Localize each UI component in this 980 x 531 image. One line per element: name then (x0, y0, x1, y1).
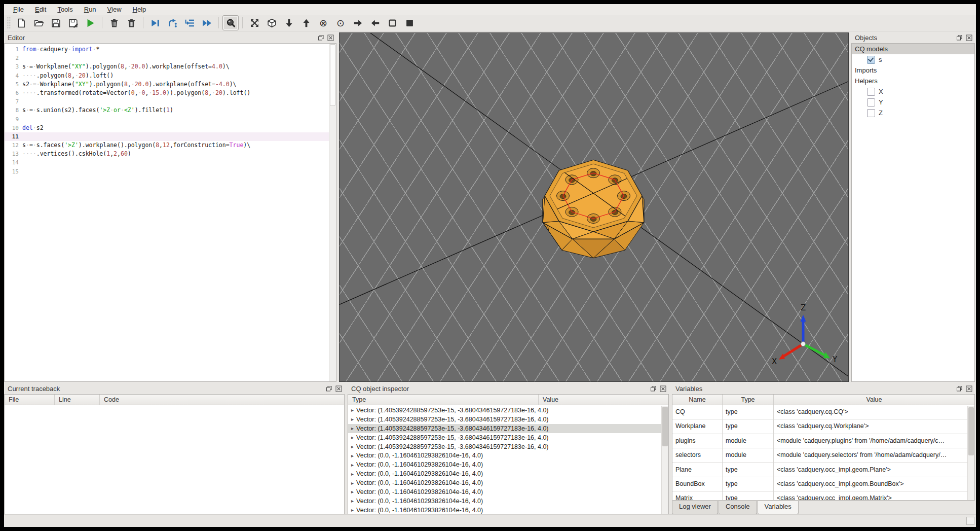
objects-item-z[interactable]: Z (852, 108, 974, 118)
menu-run[interactable]: Run (79, 5, 101, 14)
variables-scrollbar[interactable] (967, 406, 974, 500)
open-folder-button[interactable] (30, 15, 47, 30)
code-line-5[interactable]: 5s2·=·Workplane("XY").polygon(8,·20.0).w… (5, 80, 336, 89)
code-line-11[interactable]: 11 (5, 132, 336, 141)
checkbox-z[interactable] (867, 109, 875, 117)
menu-edit[interactable]: Edit (30, 5, 51, 14)
code-line-1[interactable]: 1from·cadquery·import·* (5, 45, 336, 54)
objects-item-y[interactable]: Y (852, 97, 974, 108)
variable-row[interactable]: CQtype<class 'cadquery.cq.CQ'> (672, 405, 974, 419)
objects-group-helpers[interactable]: Helpers (852, 76, 974, 86)
inspector-row[interactable]: ▸Vector: (0.0, -1.1604610293826104e-16, … (348, 478, 662, 487)
variable-row[interactable]: selectorsmodule<module 'cadquery.selecto… (672, 448, 974, 463)
inspector-col-value[interactable]: Value (539, 395, 668, 405)
code-editor[interactable]: 1from·cadquery·import·*23s·=·Workplane("… (4, 43, 336, 382)
inspector-col-type[interactable]: Type (348, 395, 539, 405)
variable-row[interactable]: Workplanetype<class 'cadquery.cq.Workpla… (672, 419, 974, 434)
inspector-row[interactable]: ▸Vector: (0.0, -1.1604610293826104e-16, … (348, 451, 662, 460)
menu-help[interactable]: Help (128, 5, 152, 14)
objects-group-imports[interactable]: Imports (852, 65, 974, 76)
inspector-row[interactable]: ▸Vector: (0.0, -1.1604610293826104e-16, … (348, 460, 662, 469)
inspector-scrollbar-thumb[interactable] (662, 407, 668, 446)
delete-all-button[interactable] (123, 15, 139, 30)
save-as-button[interactable] (65, 15, 81, 30)
objects-item-x[interactable]: X (852, 86, 974, 97)
checkbox-x[interactable] (867, 88, 875, 96)
expand-triangle-icon[interactable]: ▸ (351, 407, 354, 413)
inspector-row[interactable]: ▸Vector: (1.4053924288597253e-15, -3.680… (348, 442, 662, 451)
delete-button[interactable] (106, 15, 122, 30)
inspector-row[interactable]: ▸Vector: (0.0, -1.1604610293826104e-16, … (348, 469, 662, 478)
variable-row[interactable]: BoundBoxtype<class 'cadquery.occ_impl.ge… (672, 477, 974, 491)
expand-triangle-icon[interactable]: ▸ (351, 498, 354, 504)
menu-view[interactable]: View (102, 5, 127, 14)
expand-triangle-icon[interactable]: ▸ (351, 444, 354, 449)
expand-triangle-icon[interactable]: ▸ (351, 462, 354, 468)
objects-group-cq-models[interactable]: CQ models (852, 44, 974, 54)
expand-triangle-icon[interactable]: ▸ (351, 480, 354, 486)
view-left-button[interactable] (367, 15, 383, 30)
view-circled-dot-button[interactable]: ⊙ (332, 15, 349, 30)
save-button[interactable] (48, 15, 64, 30)
step-button[interactable] (164, 15, 180, 30)
code-line-6[interactable]: 6····.transformed(rotate=Vector(0,·0,·15… (5, 89, 336, 97)
inspector-row[interactable]: ▸Vector: (1.4053924288597253e-15, -3.680… (348, 406, 662, 415)
close-panel-button[interactable] (965, 385, 973, 393)
view-square-button[interactable] (384, 15, 400, 30)
code-line-15[interactable]: 15 (5, 167, 336, 176)
inspector-row[interactable]: ▸Vector: (0.0, -1.1604610293826104e-16, … (348, 497, 662, 506)
checkbox-y[interactable] (867, 98, 875, 107)
expand-triangle-icon[interactable]: ▸ (351, 426, 354, 431)
editor-scrollbar-thumb[interactable] (330, 44, 335, 106)
traceback-col-file[interactable]: File (5, 395, 55, 405)
inspector-row[interactable]: ▸Vector: (1.4053924288597253e-15, -3.680… (348, 433, 662, 442)
variables-col-type[interactable]: Type (723, 395, 774, 405)
code-line-8[interactable]: 8s·=·s.union(s2).faces('>Z·or·<Z').fille… (5, 106, 336, 115)
inspector-row[interactable]: ▸Vector: (1.4053924288597253e-15, -3.680… (348, 424, 662, 433)
expand-triangle-icon[interactable]: ▸ (351, 507, 354, 513)
close-panel-button[interactable] (327, 34, 334, 42)
expand-triangle-icon[interactable]: ▸ (351, 435, 354, 440)
code-line-13[interactable]: 13····.vertices().cskHole(1,2,60) (5, 150, 336, 158)
variable-row[interactable]: Matrixtype<class 'cadquery.occ_impl.geom… (672, 491, 974, 501)
toolbar-drag-handle[interactable] (7, 17, 11, 28)
view-square-filled-button[interactable] (401, 15, 418, 30)
float-panel-button[interactable] (650, 385, 657, 393)
variables-scrollbar-thumb[interactable] (968, 407, 974, 455)
close-panel-button[interactable] (965, 34, 973, 42)
traceback-col-code[interactable]: Code (100, 395, 344, 405)
view-circled-cross-button[interactable]: ⊗ (315, 15, 331, 30)
expand-triangle-icon[interactable]: ▸ (351, 453, 354, 458)
expand-triangle-icon[interactable]: ▸ (351, 489, 354, 494)
view-right-button[interactable] (350, 15, 366, 30)
variable-row[interactable]: Planetype<class 'cadquery.occ_impl.geom.… (672, 463, 974, 477)
code-line-3[interactable]: 3s·=·Workplane("XY").polygon(8,·20.0).wo… (5, 62, 336, 71)
variables-col-value[interactable]: Value (774, 395, 974, 405)
inspector-row[interactable]: ▸Vector: (1.4053924288597253e-15, -3.680… (348, 415, 662, 424)
traceback-col-line[interactable]: Line (55, 395, 100, 405)
float-panel-button[interactable] (956, 385, 963, 393)
tab-console[interactable]: Console (719, 501, 757, 514)
inspector-scrollbar[interactable] (661, 406, 668, 514)
tab-log-viewer[interactable]: Log viewer (672, 501, 718, 514)
debug-button[interactable] (147, 15, 163, 30)
screenshot-button[interactable] (222, 15, 239, 30)
step-in-button[interactable] (181, 15, 198, 30)
code-line-2[interactable]: 2 (5, 54, 336, 62)
editor-scrollbar[interactable] (329, 44, 336, 381)
objects-item-s[interactable]: s (852, 54, 974, 65)
code-line-10[interactable]: 10del·s2 (5, 124, 336, 132)
tab-variables[interactable]: Variables (758, 501, 799, 514)
continue-button[interactable] (199, 15, 215, 30)
viewport-3d[interactable]: XYZ (339, 32, 849, 382)
variable-row[interactable]: pluginsmodule<module 'cadquery.plugins' … (672, 434, 974, 448)
fit-view-button[interactable] (246, 15, 262, 30)
close-panel-button[interactable] (659, 385, 667, 393)
code-line-9[interactable]: 9 (5, 115, 336, 124)
code-line-7[interactable]: 7 (5, 97, 336, 106)
menu-tools[interactable]: Tools (52, 5, 78, 14)
float-panel-button[interactable] (317, 34, 325, 42)
close-panel-button[interactable] (335, 385, 343, 393)
code-line-12[interactable]: 12s·=·s.faces('>Z').workplane().polygon(… (5, 141, 336, 150)
float-panel-button[interactable] (325, 385, 333, 393)
